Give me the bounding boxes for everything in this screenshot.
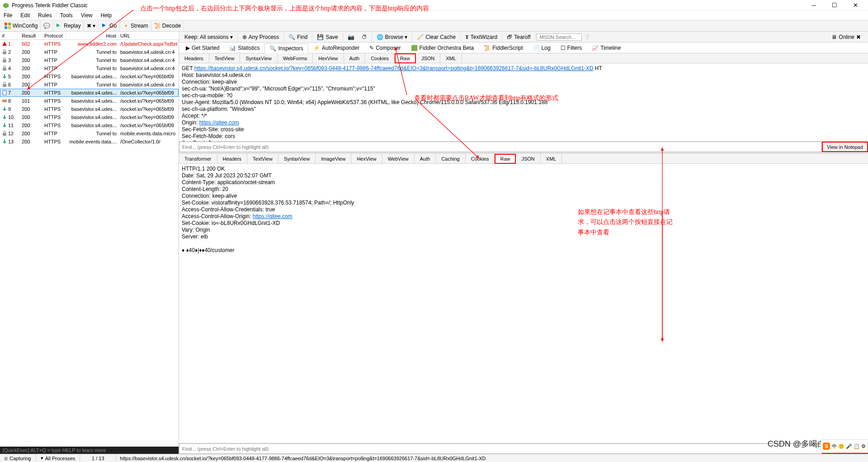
response-pane: TransformerHeadersTextViewSyntaxViewImag…	[179, 152, 868, 454]
session-row[interactable]: 2200HTTPTunnel tobasevistor.s4.udesk.cn:…	[0, 48, 179, 56]
minimize-button[interactable]: ─	[807, 2, 820, 9]
winconfig-button[interactable]: WinConfig	[2, 20, 41, 31]
menu-view[interactable]: View	[81, 12, 93, 19]
req-origin-link[interactable]: https://gitee.com	[199, 119, 239, 126]
menu-rules[interactable]: Rules	[38, 12, 52, 19]
tab-timeline[interactable]: 📈Timeline	[587, 43, 626, 53]
find-button[interactable]: 🔍Find	[285, 33, 311, 41]
save-button[interactable]: 💾Save	[313, 33, 341, 41]
col-id[interactable]: #	[0, 33, 20, 39]
resp-tab-transformer[interactable]: Transformer	[179, 154, 217, 163]
resp-tab-xml[interactable]: XML	[541, 154, 562, 163]
session-row[interactable]: 4200HTTPTunnel tobasevistor.s4.udesk.cn:…	[0, 64, 179, 72]
replay-button[interactable]: Replay	[53, 20, 84, 31]
browse-button[interactable]: 🌐Browse ▾	[373, 33, 411, 41]
comment-button[interactable]: 💬	[41, 20, 53, 31]
resp-tab-hexview[interactable]: HexView	[351, 154, 382, 163]
capturing-indicator[interactable]: ⎚Capturing	[0, 454, 36, 462]
stream-button[interactable]: 🔸 Stream	[120, 20, 151, 31]
req-url-link[interactable]: https://basevistor.s4.udesk.cn/socket.io…	[194, 65, 594, 71]
tearoff-button[interactable]: 🗗Tearoff	[503, 33, 534, 41]
req-tab-webforms[interactable]: WebForms	[278, 53, 313, 63]
resp-tab-textview[interactable]: TextView	[247, 154, 278, 163]
req-tab-headers[interactable]: Headers	[179, 53, 209, 63]
req-tab-raw[interactable]: Raw	[395, 53, 416, 63]
menu-file[interactable]: File	[4, 12, 12, 19]
req-tab-json[interactable]: JSON	[416, 53, 440, 63]
resp-tab-imageview[interactable]: ImageView	[316, 154, 351, 163]
col-url[interactable]: URL	[118, 33, 179, 39]
session-row[interactable]: 7200HTTPSbasevistor.s4.udes.../socket.io…	[0, 89, 179, 97]
resp-tab-cookies[interactable]: Cookies	[466, 154, 495, 163]
tab-log[interactable]: 📄Log	[528, 43, 556, 53]
session-row[interactable]: 13200HTTPSmobile.events.data..../OneColl…	[0, 138, 179, 146]
col-host[interactable]: Host	[66, 33, 118, 39]
session-row[interactable]: 11200HTTPSbasevistor.s4.udes.../socket.i…	[0, 121, 179, 129]
svg-rect-12	[3, 133, 6, 136]
clear-cache-button[interactable]: 🧹Clear Cache	[413, 33, 459, 41]
tab-fiddler-orchestra-beta[interactable]: 🟩Fiddler Orchestra Beta	[406, 43, 479, 53]
request-find-input[interactable]	[179, 142, 822, 152]
resp-tab-webview[interactable]: WebView	[382, 154, 415, 163]
keep-dropdown[interactable]: Keep: All sessions ▾	[181, 33, 236, 41]
resp-tab-headers[interactable]: Headers	[217, 154, 248, 163]
col-result[interactable]: Result	[20, 33, 42, 39]
decode-button[interactable]: 📜 Decode	[151, 20, 184, 31]
tab-composer[interactable]: ✎Composer	[364, 43, 406, 53]
req-tab-xml[interactable]: XML	[440, 53, 462, 63]
tab-inspectors[interactable]: 🔍Inspectors	[264, 43, 308, 53]
col-protocol[interactable]: Protocol	[42, 33, 66, 39]
go-button[interactable]: Go	[99, 20, 120, 31]
help-icon[interactable]: ❔	[584, 34, 590, 40]
tab-label: AutoResponder	[322, 45, 359, 51]
resp-tab-auth[interactable]: Auth	[415, 154, 436, 163]
tab-filters[interactable]: ☐Filters	[556, 43, 587, 53]
req-tab-hexview[interactable]: HexView	[313, 53, 344, 63]
msdn-search-input[interactable]	[537, 33, 582, 41]
tab-get-started[interactable]: ▶Get Started	[181, 43, 224, 53]
resp-tab-json[interactable]: JSON	[516, 154, 540, 163]
close-x-icon[interactable]: ✖	[856, 34, 861, 40]
tab-fiddlerscript[interactable]: 📜FiddlerScript	[479, 43, 528, 53]
textwizard-button[interactable]: 𝐓TextWizard	[462, 33, 501, 41]
request-view-notepad-button[interactable]: View in Notepad	[822, 142, 868, 152]
screenshot-button[interactable]: 📷	[344, 33, 358, 41]
session-row[interactable]: 10200HTTPSbasevistor.s4.udes.../socket.i…	[0, 113, 179, 121]
sogou-ime-float[interactable]: S 中 🙂 🎤 📋 ⚙	[821, 439, 868, 453]
req-tab-auth[interactable]: Auth	[344, 53, 366, 63]
resp-tab-syntaxview[interactable]: SyntaxView	[278, 154, 316, 163]
close-button[interactable]: ✕	[849, 2, 862, 9]
resp-tab-caching[interactable]: Caching	[436, 154, 465, 163]
session-row[interactable]: 6200HTTPTunnel tobasevistor.s4.udesk.cn:…	[0, 81, 179, 89]
tab-statistics[interactable]: 📊Statistics	[224, 43, 264, 53]
any-process-button[interactable]: ⊕Any Process	[239, 33, 283, 41]
session-icon	[2, 98, 7, 104]
response-raw-view[interactable]: HTTP/1.1 200 OK Date: Sat, 29 Jul 2023 2…	[179, 164, 868, 443]
session-row[interactable]: 12200HTTPTunnel tomobile.events.data.mic…	[0, 129, 179, 138]
session-row[interactable]: 3200HTTPTunnel tobasevistor.s4.udesk.cn:…	[0, 56, 179, 64]
remove-button[interactable]: ✖ ▾	[84, 20, 99, 31]
req-tab-cookies[interactable]: Cookies	[365, 53, 395, 63]
session-row[interactable]: 8101HTTPSbasevistor.s4.udes.../socket.io…	[0, 97, 179, 105]
tab-label: Composer	[376, 45, 401, 51]
maximize-button[interactable]: ☐	[828, 2, 841, 9]
keep-label: Keep: All sessions ▾	[184, 34, 233, 40]
resp-tab-raw[interactable]: Raw	[495, 154, 516, 164]
session-row[interactable]: 9200HTTPSbasevistor.s4.udes.../socket.io…	[0, 105, 179, 113]
process-filter[interactable]: ▾All Processes	[36, 454, 80, 462]
remove-icon: ✖ ▾	[87, 23, 95, 29]
response-find-input[interactable]	[179, 443, 822, 454]
req-tab-textview[interactable]: TextView	[209, 53, 241, 63]
menu-tools[interactable]: Tools	[60, 12, 73, 19]
req-http-suffix: HT	[594, 65, 602, 71]
request-raw-view[interactable]: GET https://basevistor.s4.udesk.cn/socke…	[179, 63, 868, 141]
session-row[interactable]: 5200HTTPSbasevistor.s4.udes.../socket.io…	[0, 72, 179, 81]
menu-help[interactable]: Help	[101, 12, 112, 19]
menu-edit[interactable]: Edit	[20, 12, 30, 19]
quickexec-bar[interactable]: [QuickExec] ALT+Q > type HELP to learn m…	[0, 447, 179, 454]
session-row[interactable]: 1502HTTPSwww.fiddler2.com/UpdateCheck.as…	[0, 40, 179, 48]
timer-button[interactable]: ⏱	[358, 33, 371, 41]
req-tab-syntaxview[interactable]: SyntaxView	[240, 53, 277, 63]
resp-origin-link[interactable]: https://gitee.com	[253, 213, 292, 219]
tab-autoresponder[interactable]: ⚡AutoResponder	[308, 43, 364, 53]
